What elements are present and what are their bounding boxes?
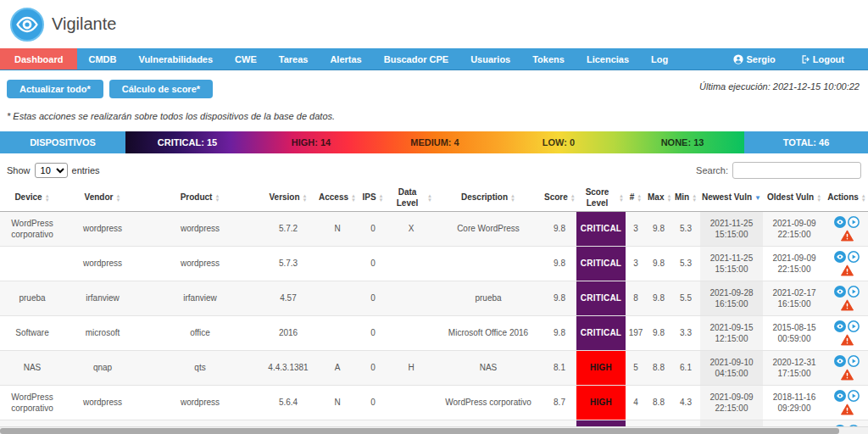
run-icon[interactable] <box>848 216 860 228</box>
score-calc-button[interactable]: Cálculo de score* <box>109 80 213 98</box>
cell-device: prueba <box>0 281 64 316</box>
table-row: wordpress wordpress 5.7.3 0 9.8 CRITICAL… <box>0 247 868 281</box>
app-header: Vigilante <box>0 0 868 48</box>
nav-item-buscador-cpe[interactable]: Buscador CPE <box>373 48 459 70</box>
nav-item-alertas[interactable]: Alertas <box>319 48 372 70</box>
sort-icon: ▲▼ <box>214 194 220 203</box>
cell-vendor: qnap <box>64 351 141 386</box>
alert-icon[interactable] <box>841 264 854 276</box>
col-data-level[interactable]: Data Level▲▼ <box>388 185 434 212</box>
alert-icon[interactable] <box>841 299 854 311</box>
cell-count: 8 <box>626 281 646 316</box>
cell-product: wordpress <box>141 212 259 247</box>
cell-actions <box>826 351 868 386</box>
device-table-body: WordPress corporativo wordpress wordpres… <box>0 212 868 434</box>
view-icon[interactable] <box>834 355 846 367</box>
cell-data-level <box>388 316 434 351</box>
col-ips[interactable]: IPS▲▼ <box>358 185 388 212</box>
col-device[interactable]: Device▲▼ <box>0 185 64 212</box>
cell-oldest-vuln: 2021-09-09 22:15:00 <box>763 212 826 247</box>
col-vendor[interactable]: Vendor▲▼ <box>64 185 141 212</box>
col-actions[interactable]: Actions▲▼ <box>826 185 868 212</box>
cell-ips: 0 <box>358 316 388 351</box>
cell-product: office <box>141 316 259 351</box>
devices-label: DISPOSITIVOS <box>0 131 125 153</box>
view-icon[interactable] <box>834 286 846 298</box>
nav-item-dashboard[interactable]: Dashboard <box>0 48 77 70</box>
nav-item-vulnerabilidades[interactable]: Vulnerabilidades <box>127 48 224 70</box>
sort-icon: ▲▼ <box>115 194 120 203</box>
cell-access <box>317 281 358 316</box>
vigilante-logo-eye-icon <box>10 8 44 42</box>
run-icon[interactable] <box>848 355 860 367</box>
cell-version: 5.6.4 <box>259 386 317 420</box>
col-score-level[interactable]: Score Level▲▼ <box>576 185 626 212</box>
table-controls: Show 10 entries Search: <box>7 162 861 179</box>
cell-score: 8.7 <box>542 386 576 420</box>
view-icon[interactable] <box>834 320 846 332</box>
cell-vendor: wordpress <box>64 386 141 420</box>
nav-item-tokens[interactable]: Tokens <box>521 48 576 70</box>
cell-newest-vuln: 2021-11-25 15:15:00 <box>700 247 763 281</box>
cell-max: 8.8 <box>646 351 671 386</box>
alert-icon[interactable] <box>841 334 854 346</box>
col-newest-vuln[interactable]: Newest Vuln▼ <box>700 185 763 212</box>
run-icon[interactable] <box>848 286 860 298</box>
cell-description: Microsoft Office 2016 <box>434 316 542 351</box>
cell-newest-vuln: 2021-09-10 04:15:00 <box>700 351 763 386</box>
cell-count: 5 <box>626 351 646 386</box>
col-max[interactable]: Max▲▼ <box>646 185 671 212</box>
nav-items: Dashboard CMDB Vulnerabilidades CWE Tare… <box>0 48 721 70</box>
view-icon[interactable] <box>834 251 846 263</box>
cell-version: 2016 <box>259 316 317 351</box>
logout-button[interactable]: Logout <box>787 48 856 70</box>
sort-icon: ▲▼ <box>45 194 50 203</box>
cell-actions <box>826 247 868 281</box>
col-version[interactable]: Version▲▼ <box>259 185 317 212</box>
sort-icon: ▲▼ <box>666 194 671 203</box>
alert-icon[interactable] <box>841 369 854 381</box>
cell-max: 9.8 <box>646 316 671 351</box>
nav-item-cmdb[interactable]: CMDB <box>77 48 127 70</box>
run-icon[interactable] <box>848 390 860 402</box>
col-min[interactable]: Min▲▼ <box>671 185 700 212</box>
action-buttons: Actualizar todo* Cálculo de score* <box>7 80 213 98</box>
entries-select[interactable]: 10 <box>35 163 68 178</box>
alert-icon[interactable] <box>841 403 854 415</box>
cell-oldest-vuln: 2020-12-31 17:15:00 <box>763 351 826 386</box>
cell-description: NAS <box>434 351 542 386</box>
run-icon[interactable] <box>848 320 860 332</box>
table-row: Software microsoft office 2016 0 Microso… <box>0 316 868 351</box>
severity-low-count: LOW: 0 <box>497 131 620 153</box>
view-icon[interactable] <box>834 390 846 402</box>
col-product[interactable]: Product▲▼ <box>141 185 259 212</box>
alert-icon[interactable] <box>841 230 854 242</box>
last-execution-text: Última ejecución: 2021-12-15 10:00:22 <box>699 81 860 92</box>
col-score[interactable]: Score▲▼ <box>542 185 576 212</box>
cell-score: 9.8 <box>542 316 576 351</box>
nav-item-licencias[interactable]: Licencias <box>576 48 640 70</box>
nav-item-usuarios[interactable]: Usuarios <box>459 48 521 70</box>
update-all-button[interactable]: Actualizar todo* <box>7 80 103 98</box>
cell-score: 9.8 <box>542 247 576 281</box>
cell-min: 6.1 <box>671 351 700 386</box>
user-menu[interactable]: Sergio <box>721 48 787 70</box>
horizontal-scrollbar[interactable] <box>0 426 868 434</box>
severity-total-count: TOTAL: 46 <box>744 131 868 153</box>
col-count[interactable]: #▲▼ <box>626 185 646 212</box>
search-input[interactable] <box>732 162 861 179</box>
scrollbar-thumb[interactable] <box>0 428 839 434</box>
show-entries-control: Show 10 entries <box>7 163 100 178</box>
main-content: Actualizar todo* Cálculo de score* Últim… <box>0 80 868 434</box>
cell-data-level <box>388 281 434 316</box>
run-icon[interactable] <box>848 251 860 263</box>
nav-item-tareas[interactable]: Tareas <box>268 48 320 70</box>
view-icon[interactable] <box>834 216 846 228</box>
col-description[interactable]: Description▲▼ <box>434 185 542 212</box>
cell-version: 4.57 <box>259 281 317 316</box>
col-access[interactable]: Access▲▼ <box>317 185 358 212</box>
nav-item-log[interactable]: Log <box>640 48 679 70</box>
nav-item-cwe[interactable]: CWE <box>224 48 268 70</box>
cell-vendor: irfanview <box>64 281 141 316</box>
col-oldest-vuln[interactable]: Oldest Vuln▲▼ <box>763 185 826 212</box>
